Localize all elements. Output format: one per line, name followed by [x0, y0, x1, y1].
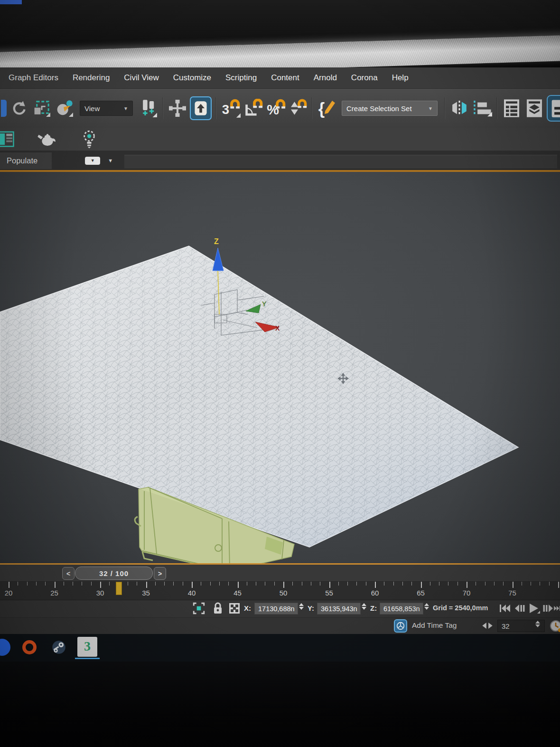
trackbar-tick [366, 582, 366, 586]
menu-corona[interactable]: Corona [351, 73, 378, 83]
use-pivot-point-center-button[interactable] [138, 98, 159, 119]
keyboard-shortcut-override-toggle[interactable] [190, 96, 212, 120]
y-spinner[interactable] [362, 603, 366, 610]
trackbar-tick [558, 582, 559, 588]
3ds-max-window: Graph Editors Rendering Civil View Custo… [0, 67, 560, 634]
trackbar-frame-label: 70 [463, 589, 471, 597]
default-lighting-button[interactable] [79, 129, 100, 150]
previous-frame-button[interactable] [513, 602, 527, 615]
toggle-layer-explorer-button[interactable] [524, 98, 545, 119]
absolute-mode-icon [228, 602, 241, 615]
z-spinner[interactable] [424, 603, 429, 610]
go-to-end-button[interactable] [553, 602, 560, 615]
trackbar-ruler[interactable]: 202530354045505560657075 [0, 582, 560, 600]
select-and-manipulate-icon [169, 100, 186, 117]
z-coordinate-label: Z: [370, 604, 377, 612]
trackbar-tick [292, 582, 293, 586]
current-frame-value: 32 [502, 622, 510, 630]
render-production-button[interactable] [37, 129, 58, 150]
frame-spinner[interactable] [535, 621, 540, 627]
menu-graph-editors[interactable]: Graph Editors [9, 73, 58, 83]
gizmo-x-label: X [275, 324, 280, 332]
time-slider-next-button[interactable]: > [154, 567, 166, 580]
toggle-scene-explorer-button[interactable] [501, 98, 522, 119]
selection-region-lock-button[interactable] [192, 602, 206, 615]
isolate-selection-toggle[interactable] [394, 619, 407, 633]
menu-content[interactable]: Content [271, 73, 299, 83]
trackbar-frame-label: 65 [417, 589, 425, 597]
align-button[interactable] [472, 98, 493, 119]
trackbar-tick [137, 582, 137, 586]
time-slider-track[interactable]: < 32 / 100 > [0, 565, 560, 582]
spinner-snap-toggle-button[interactable] [289, 98, 308, 119]
z-coordinate-field[interactable]: 61658,853n [380, 603, 423, 615]
rectangular-selection-region-button[interactable] [31, 98, 52, 119]
named-selection-set-dropdown[interactable]: Create Selection Set ▼ [342, 101, 438, 116]
trackbar-tick [109, 582, 110, 586]
monitor-bezel-top [0, 0, 560, 67]
selection-lock-toggle[interactable] [211, 602, 225, 615]
toolbar-separator [444, 97, 445, 119]
reference-coordinate-value: View [84, 104, 100, 113]
active-app-indicator [75, 658, 100, 659]
trackbar-tick [375, 582, 376, 588]
terrain-mesh-plane[interactable] [0, 246, 518, 547]
absolute-offset-mode-toggle[interactable] [227, 602, 242, 615]
menu-civil-view[interactable]: Civil View [124, 73, 159, 83]
project-window-button[interactable] [0, 129, 16, 150]
reference-coordinate-dropdown[interactable]: View ▼ [80, 101, 133, 116]
screen-corner-highlight [0, 0, 22, 4]
key-mode-toggle[interactable] [481, 622, 494, 631]
y-coordinate-label: Y: [308, 604, 314, 612]
toggle-ribbon-button[interactable] [547, 95, 560, 122]
ribbon-tab-populate[interactable]: Populate [0, 152, 52, 169]
trackbar-tick [329, 582, 330, 588]
y-coordinate-field[interactable]: 36135,943n [317, 603, 361, 615]
add-time-tag-label[interactable]: Add Time Tag [412, 621, 457, 630]
redo-icon [11, 100, 27, 116]
clipped-toolbar-icon [1, 100, 7, 117]
monitor-photo: Graph Editors Rendering Civil View Custo… [0, 0, 560, 747]
trackbar-frame-label: 30 [96, 589, 104, 597]
redo-button[interactable] [9, 98, 29, 119]
time-configuration-button[interactable] [549, 619, 560, 635]
x-coordinate-field[interactable]: 17130,688n [254, 603, 298, 615]
clipped-taskbar-icon[interactable] [0, 639, 10, 656]
time-slider-handle[interactable]: 32 / 100 [75, 567, 153, 580]
time-slider-prev-button[interactable]: < [62, 567, 75, 580]
menu-help[interactable]: Help [392, 73, 409, 83]
trackbar-frame-label: 60 [371, 589, 379, 597]
select-and-manipulate-button[interactable] [167, 98, 188, 119]
menu-arnold[interactable]: Arnold [314, 73, 337, 83]
ribbon-minimize-button[interactable]: ▼ [85, 157, 100, 165]
go-to-start-button[interactable] [497, 602, 512, 615]
x-spinner[interactable] [299, 603, 304, 610]
status-bar-coordinates: X: 17130,688n Y: 36135,943n Z: 61658,853… [0, 600, 560, 618]
menu-customize[interactable]: Customize [173, 73, 211, 83]
current-frame-marker[interactable] [116, 582, 122, 595]
trackbar-tick [485, 582, 485, 586]
trackbar-tick [274, 582, 275, 586]
mirror-button[interactable] [449, 98, 470, 119]
snap-toggle-3d-button[interactable]: 3 [220, 98, 241, 119]
angle-snap-toggle-button[interactable] [243, 98, 264, 119]
steam-app-icon[interactable] [49, 638, 68, 657]
trackbar-tick [513, 582, 513, 588]
menu-rendering[interactable]: Rendering [73, 73, 110, 83]
trackbar-tick [192, 582, 193, 588]
gizmo-z-label: Z [214, 237, 219, 246]
ribbon-options-caret[interactable]: ▼ [108, 158, 113, 163]
origin-app-icon[interactable] [20, 638, 39, 657]
menu-scripting[interactable]: Scripting [225, 73, 257, 83]
percent-snap-toggle-button[interactable]: % [266, 98, 287, 119]
main-toolbar: View ▼ 3 [0, 89, 560, 128]
3ds-max-taskbar-icon[interactable]: 3 [77, 637, 97, 657]
trackbar-tick [27, 582, 28, 586]
perspective-viewport[interactable]: Z Y X [0, 172, 560, 563]
screen-glare-band [0, 35, 560, 67]
toolbar-separator [215, 97, 216, 119]
select-and-place-button[interactable] [54, 98, 75, 119]
play-animation-button[interactable] [527, 602, 541, 615]
trackbar-tick [256, 582, 256, 586]
edit-named-selection-sets-button[interactable]: { [316, 98, 337, 119]
